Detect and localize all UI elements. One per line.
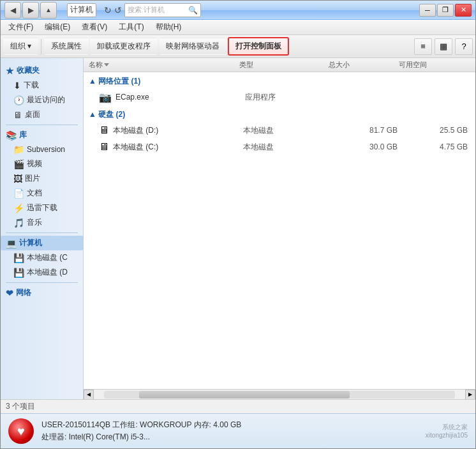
workgroup-value: WORKGROUP <box>140 420 191 429</box>
scroll-left-button[interactable]: ◀ <box>84 390 94 400</box>
sidebar-header-libraries[interactable]: 📚 库 <box>1 128 83 142</box>
uninstall-button[interactable]: 卸载或更改程序 <box>90 38 158 55</box>
libraries-label: 库 <box>19 130 27 141</box>
status-area: 3 个项目 ♥ USER-20150114QB 工作组: WORKGROUP 内… <box>1 399 475 448</box>
control-panel-button[interactable]: 打开控制面板 <box>228 37 289 56</box>
downloads-label: 下载 <box>24 80 39 91</box>
sidebar-item-videos[interactable]: 🎬 视频 <box>1 156 83 171</box>
sidebar-item-recent[interactable]: 🕐 最近访问的 <box>1 93 83 107</box>
drive-d-icon: 💾 <box>13 268 24 278</box>
sidebar-divider-1 <box>6 125 78 125</box>
nav-forward-button[interactable]: ▶ <box>22 2 39 19</box>
drive-d-list-free: 25.5 GB <box>400 126 470 135</box>
sidebar-item-music[interactable]: 🎵 音乐 <box>1 215 83 230</box>
help-button[interactable]: ? <box>455 38 473 55</box>
col-free[interactable]: 可用空间 <box>396 60 466 70</box>
ecap-name: ECap.exe <box>115 93 242 102</box>
sidebar-section-network: ❤ 网络 <box>1 285 83 300</box>
thunder-icon: ⚡ <box>13 203 24 213</box>
menu-file[interactable]: 文件(F) <box>3 20 38 34</box>
drive-c-list-type: 本地磁盘 <box>241 142 330 153</box>
recent-icon: 🕐 <box>13 95 24 105</box>
col-name[interactable]: 名称 <box>84 60 237 70</box>
documents-icon: 📄 <box>13 188 24 199</box>
close-button[interactable]: ✕ <box>455 4 472 17</box>
window-controls: ─ ❐ ✕ <box>419 4 472 17</box>
col-type[interactable]: 类型 <box>237 60 326 70</box>
sidebar-header-favorites[interactable]: ★ 收藏夹 <box>1 63 83 78</box>
scroll-thumb[interactable] <box>139 391 350 399</box>
sidebar-section-favorites: ★ 收藏夹 ⬇ 下载 🕐 最近访问的 🖥 桌面 <box>1 63 83 122</box>
ecap-icon: 📷 <box>99 91 112 103</box>
sidebar-item-drive-c[interactable]: 💾 本地磁盘 (C <box>1 250 83 265</box>
menu-help[interactable]: 帮助(H) <box>151 20 187 34</box>
toolbar-separator-1 <box>41 39 41 54</box>
status-heart-icon: ♥ <box>8 418 34 444</box>
section-hard-disk[interactable]: ▲ 硬盘 (2) <box>84 105 475 122</box>
sidebar-item-drive-d[interactable]: 💾 本地磁盘 (D <box>1 265 83 280</box>
images-icon: 🖼 <box>13 174 22 184</box>
table-row[interactable]: 🖥 本地磁盘 (D:) 本地磁盘 81.7 GB 25.5 GB <box>84 122 475 139</box>
section-network-location[interactable]: ▲ 网络位置 (1) <box>84 72 475 89</box>
restore-button[interactable]: ❐ <box>437 4 454 17</box>
sidebar-item-downloads[interactable]: ⬇ 下载 <box>1 78 83 93</box>
drive-c-icon: 💾 <box>13 253 24 263</box>
nav-arrow-icon[interactable]: ↺ <box>114 5 122 15</box>
drive-c-list-free: 4.75 GB <box>400 142 470 151</box>
file-list: ▲ 网络位置 (1) 📷 ECap.exe 应用程序 ▲ 硬盘 (2) 🖥 本地… <box>84 72 475 389</box>
sidebar-header-computer[interactable]: 💻 计算机 <box>1 236 83 250</box>
nav-up-button[interactable]: ▲ <box>40 2 57 19</box>
sidebar-item-documents[interactable]: 📄 文档 <box>1 186 83 201</box>
view-toggle-button[interactable]: ≡ <box>414 38 432 55</box>
nav-back-button[interactable]: ◀ <box>4 2 21 19</box>
change-view-button[interactable]: ▦ <box>435 38 452 55</box>
scroll-track[interactable] <box>104 391 455 399</box>
menu-tools[interactable]: 工具(T) <box>114 20 149 34</box>
toolbar: 组织 ▾ 系统属性 卸载或更改程序 映射网络驱动器 打开控制面板 ≡ ▦ ? <box>1 35 475 58</box>
username-label: USER-20150114QB <box>41 420 110 429</box>
status-line-1: USER-20150114QB 工作组: WORKGROUP 内存: 4.00 … <box>41 420 241 430</box>
menu-view[interactable]: 查看(V) <box>77 20 112 34</box>
scroll-right-button[interactable]: ▶ <box>465 390 475 400</box>
main-window: ◀ ▶ ▲ 计算机 ↻ ↺ 搜索 计算机 🔍 ─ ❐ ✕ 文件(F) <box>0 0 476 449</box>
sidebar-item-thunder[interactable]: ⚡ 迅雷下载 <box>1 201 83 215</box>
sidebar-divider-2 <box>6 232 78 233</box>
drive-d-list-name: 本地磁盘 (D:) <box>113 125 241 136</box>
minimize-button[interactable]: ─ <box>419 4 436 17</box>
column-header: 名称 类型 总大小 可用空间 <box>84 58 475 72</box>
sidebar-item-images[interactable]: 🖼 图片 <box>1 171 83 186</box>
menu-edit[interactable]: 编辑(E) <box>40 20 75 34</box>
refresh-icon[interactable]: ↻ <box>104 5 112 15</box>
title-bar: ◀ ▶ ▲ 计算机 ↻ ↺ 搜索 计算机 🔍 ─ ❐ ✕ <box>1 1 475 20</box>
ecap-type: 应用程序 <box>242 92 331 103</box>
heart-symbol: ♥ <box>17 424 25 439</box>
drive-d-list-type: 本地磁盘 <box>241 125 330 136</box>
sidebar-item-subversion[interactable]: 📁 Subversion <box>1 142 83 156</box>
sidebar-section-computer: 💻 计算机 💾 本地磁盘 (C 💾 本地磁盘 (D <box>1 236 83 280</box>
organize-button[interactable]: 组织 ▾ <box>3 38 38 55</box>
drive-c-list-size: 30.0 GB <box>330 142 400 151</box>
table-row[interactable]: 🖥 本地磁盘 (C:) 本地磁盘 30.0 GB 4.75 GB <box>84 139 475 155</box>
horizontal-scrollbar[interactable]: ◀ ▶ <box>84 389 475 399</box>
col-total[interactable]: 总大小 <box>326 60 396 70</box>
thunder-label: 迅雷下载 <box>27 202 57 213</box>
recent-label: 最近访问的 <box>27 95 65 105</box>
memory-value: 4.00 GB <box>213 420 241 429</box>
address-bar[interactable]: 计算机 <box>67 3 96 17</box>
menu-bar: 文件(F) 编辑(E) 查看(V) 工具(T) 帮助(H) <box>1 20 475 35</box>
network-icon: ❤ <box>6 288 13 298</box>
favorites-label: 收藏夹 <box>17 65 40 76</box>
images-label: 图片 <box>25 173 40 184</box>
search-box[interactable]: 搜索 计算机 🔍 <box>124 3 201 17</box>
system-props-button[interactable]: 系统属性 <box>44 38 89 55</box>
sidebar-header-network[interactable]: ❤ 网络 <box>1 285 83 300</box>
address-text: 计算机 <box>70 4 93 15</box>
computer-icon: 💻 <box>6 238 17 248</box>
sidebar-item-desktop[interactable]: 🖥 桌面 <box>1 107 83 122</box>
content-area: ★ 收藏夹 ⬇ 下载 🕐 最近访问的 🖥 桌面 <box>1 58 475 399</box>
network-section-label: ▲ 网络位置 (1) <box>89 76 140 87</box>
memory-label: 内存: <box>194 420 211 429</box>
table-row[interactable]: 📷 ECap.exe 应用程序 <box>84 89 475 105</box>
map-drive-button[interactable]: 映射网络驱动器 <box>159 38 227 55</box>
status-line-2: 处理器: Intel(R) Core(TM) i5-3... <box>41 432 241 443</box>
